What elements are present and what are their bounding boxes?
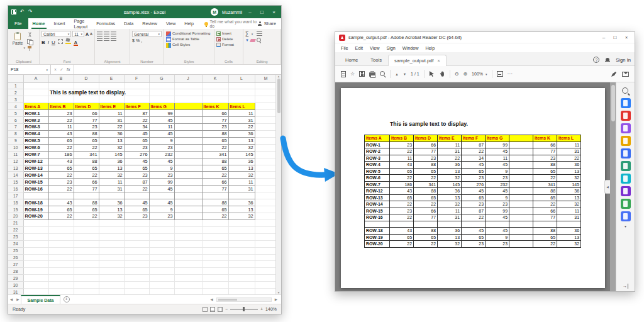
cell-J24[interactable]: [174, 240, 202, 247]
cell-B9[interactable]: 65: [48, 137, 74, 144]
cell-B4[interactable]: Items B: [48, 103, 74, 110]
horizontal-scrollbar-track[interactable]: [216, 297, 272, 302]
cell-E3[interactable]: [99, 96, 124, 103]
cell-D20[interactable]: 22: [74, 213, 99, 220]
cell-J16[interactable]: [174, 186, 202, 192]
zoom-in-icon[interactable]: ⊕: [463, 71, 467, 77]
cell-A23[interactable]: [23, 233, 48, 240]
cell-J15[interactable]: [174, 179, 202, 186]
cell-K14[interactable]: 22: [202, 172, 228, 179]
zoom-slider-thumb[interactable]: [243, 307, 245, 311]
document-tab-close-icon[interactable]: ×: [437, 58, 440, 63]
cell-E13[interactable]: 13: [99, 165, 124, 172]
search-icon[interactable]: [380, 71, 386, 77]
cell-A10[interactable]: ROW-6: [23, 144, 48, 151]
cell-D31[interactable]: [74, 289, 99, 294]
cell-D18[interactable]: 88: [74, 199, 99, 206]
zoom-level-select[interactable]: 100% ▾: [472, 72, 487, 76]
fill-down-icon[interactable]: ▼: [245, 38, 249, 42]
page-layout-view-icon[interactable]: [210, 307, 215, 312]
page-indicator[interactable]: 1 / 1: [411, 72, 419, 76]
cell-K7[interactable]: 23: [202, 124, 228, 131]
sheet-tab-sample-data[interactable]: Sample Data: [21, 295, 60, 304]
row-header-29[interactable]: 29: [8, 275, 23, 282]
cell-G13[interactable]: 9: [149, 165, 174, 172]
cell-M21[interactable]: [255, 219, 277, 226]
column-header-g[interactable]: G: [149, 75, 174, 82]
cell-F5[interactable]: 87: [124, 110, 149, 117]
cell-D7[interactable]: 23: [74, 124, 99, 131]
cell-E31[interactable]: [99, 289, 124, 294]
cell-A9[interactable]: ROW-5: [23, 137, 48, 144]
cell-M8[interactable]: [255, 130, 277, 137]
cell-L8[interactable]: 36: [228, 130, 255, 137]
ribbon-tab-help[interactable]: Help: [180, 18, 198, 29]
cell-F24[interactable]: [124, 240, 149, 247]
cell-J22[interactable]: [174, 226, 202, 233]
cell-G7[interactable]: 11: [149, 124, 174, 131]
next-page-icon[interactable]: ▼: [403, 72, 406, 76]
row-header-19[interactable]: 19: [8, 206, 23, 213]
row-header-28[interactable]: 28: [8, 268, 23, 275]
cell-B19[interactable]: 65: [48, 206, 74, 213]
help-icon[interactable]: ?: [593, 57, 599, 63]
cell-L18[interactable]: 36: [228, 199, 255, 206]
combine-files-icon[interactable]: [621, 148, 631, 158]
cell-G3[interactable]: [149, 96, 174, 103]
cell-D15[interactable]: 66: [74, 179, 99, 186]
cell-K31[interactable]: [202, 289, 228, 294]
cell-G23[interactable]: [149, 233, 174, 240]
cell-J11[interactable]: [174, 151, 202, 158]
ribbon-tab-page-layout[interactable]: Page Layout: [70, 18, 92, 29]
zoom-out-icon[interactable]: −: [225, 307, 228, 311]
cell-G12[interactable]: 45: [149, 158, 174, 165]
cell-M5[interactable]: [255, 110, 277, 117]
row-header-9[interactable]: 9: [8, 137, 23, 144]
cell-F15[interactable]: 87: [124, 179, 149, 186]
percent-format-icon[interactable]: %: [136, 38, 140, 43]
align-left-icon[interactable]: [97, 36, 103, 41]
row-header-2[interactable]: 2: [8, 89, 23, 96]
sort-filter-icon[interactable]: [257, 31, 262, 36]
cell-F2[interactable]: [124, 89, 149, 96]
edit-pdf-icon[interactable]: [621, 123, 631, 133]
zoom-slider[interactable]: [230, 309, 258, 310]
cell-M4[interactable]: [255, 103, 277, 110]
cell-B30[interactable]: [48, 282, 74, 289]
cell-F26[interactable]: [124, 254, 149, 261]
cell-F23[interactable]: [124, 233, 149, 240]
cell-M11[interactable]: [255, 151, 277, 158]
row-header-22[interactable]: 22: [8, 226, 23, 233]
insert-cells-button[interactable]: Insert: [216, 31, 241, 36]
cell-A29[interactable]: [23, 275, 48, 282]
cell-L15[interactable]: 11: [228, 179, 255, 186]
more-tools-chevron-icon[interactable]: ▾: [625, 224, 626, 228]
cell-K30[interactable]: [202, 282, 228, 289]
print-icon[interactable]: [369, 72, 375, 77]
cell-A20[interactable]: ROW-20: [23, 213, 48, 220]
normal-view-icon[interactable]: [203, 307, 208, 312]
star-icon[interactable]: ☆: [350, 71, 355, 77]
cell-B28[interactable]: [48, 268, 74, 275]
fit-width-icon[interactable]: [497, 71, 503, 77]
cell-K27[interactable]: [202, 261, 228, 268]
cell-A18[interactable]: ROW-18: [23, 199, 48, 206]
cell-M24[interactable]: [255, 240, 277, 247]
row-header-18[interactable]: 18: [8, 199, 23, 206]
cell-G16[interactable]: 45: [149, 186, 174, 192]
cell-D6[interactable]: 77: [74, 117, 99, 124]
cell-J1[interactable]: [174, 82, 202, 89]
cell-M14[interactable]: [255, 172, 277, 179]
save-icon[interactable]: [11, 9, 16, 14]
cell-M17[interactable]: [255, 192, 277, 199]
column-header-a[interactable]: A: [23, 75, 48, 82]
cell-G22[interactable]: [149, 226, 174, 233]
cell-L17[interactable]: [228, 192, 255, 199]
cell-L29[interactable]: [228, 275, 255, 282]
cell-E29[interactable]: [99, 275, 124, 282]
cell-B11[interactable]: 186: [48, 151, 74, 158]
cell-M30[interactable]: [255, 282, 277, 289]
cell-J17[interactable]: [174, 192, 202, 199]
cell-J3[interactable]: [174, 96, 202, 103]
cell-G9[interactable]: 9: [149, 137, 174, 144]
